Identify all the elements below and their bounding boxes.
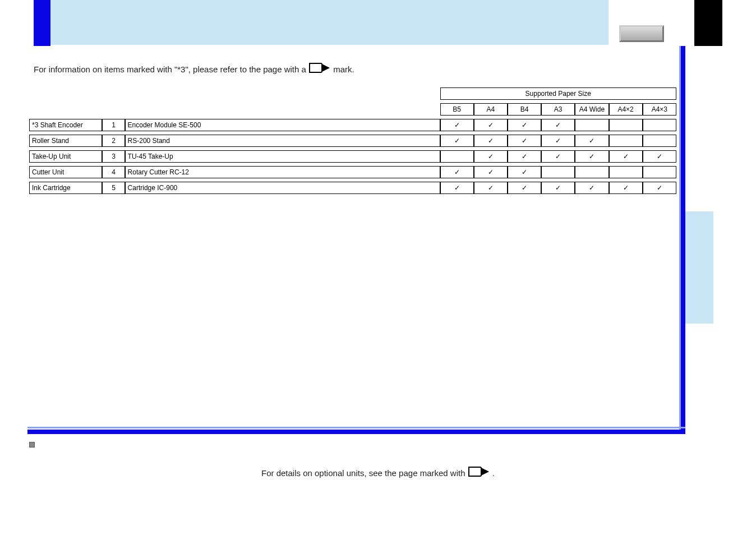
table-cell-size: ✓ [609, 182, 643, 194]
table-cell-item: Ink Cartridge [29, 182, 102, 194]
table-cell-item: Take-Up Unit [29, 150, 102, 163]
table-head-empty [125, 103, 440, 116]
table-cell-size: ✓ [541, 119, 575, 131]
table-cell-size: ✓ [575, 182, 609, 194]
table-col-size: A4×3 [643, 103, 676, 116]
table-cell-size: ✓ [440, 166, 474, 178]
table-cell-size: ✓ [541, 150, 575, 163]
table-cell-size: ✓ [643, 150, 676, 163]
table-cell-size: ✓ [440, 135, 474, 147]
table-cell-size [643, 135, 676, 147]
page-number-marker [29, 442, 35, 448]
table-cell-size [609, 135, 643, 147]
table-cell-name: Rotary Cutter RC-12 [125, 166, 440, 178]
table-cell-size: ✓ [440, 119, 474, 131]
frame-rail-bottom-highlight [27, 427, 685, 428]
table-row: Take-Up Unit3TU-45 Take-Up✓✓✓✓✓✓ [29, 150, 676, 163]
table-cell-size: ✓ [474, 166, 508, 178]
page-reference-icon [308, 62, 331, 76]
table-col-size: A4 [474, 103, 508, 116]
table-col-size: A4 Wide [575, 103, 609, 116]
table-cell-size: ✓ [508, 150, 541, 163]
table-cell-size: ✓ [508, 166, 541, 178]
table-row: Roller Stand2RS-200 Stand✓✓✓✓✓ [29, 135, 676, 147]
table-cell-size: ✓ [474, 150, 508, 163]
table-col-size: B5 [440, 103, 474, 116]
table-col-size: B4 [508, 103, 541, 116]
options-table: Supported Paper Size B5 A4 B4 A3 A4 Wide… [29, 84, 676, 197]
table-cell-size [541, 166, 575, 178]
table-head-empty [29, 87, 102, 100]
table-cell-size: ✓ [508, 135, 541, 147]
table-cell-size: ✓ [541, 182, 575, 194]
table-cell-size: ✓ [474, 135, 508, 147]
table-cell-item: *3 Shaft Encoder [29, 119, 102, 131]
table-cell-no: 4 [102, 166, 125, 178]
footer-text-after: . [492, 468, 495, 478]
table-cell-size [575, 119, 609, 131]
table-cell-size [609, 166, 643, 178]
table-body: *3 Shaft Encoder1Encoder Module SE-500✓✓… [29, 119, 676, 194]
table-head-empty [29, 103, 102, 116]
table-cell-size [440, 150, 474, 163]
table-cell-name: RS-200 Stand [125, 135, 440, 147]
table-cell-size: ✓ [643, 182, 676, 194]
frame-rail-bottom [27, 430, 685, 434]
intro-text-a: a [302, 64, 309, 74]
table-head-empty [102, 87, 125, 100]
table-cell-size: ✓ [474, 119, 508, 131]
table-head-empty [102, 103, 125, 116]
table-cell-size: ✓ [440, 182, 474, 194]
table-cell-item: Cutter Unit [29, 166, 102, 178]
table-cell-name: Encoder Module SE-500 [125, 119, 440, 131]
table-col-size: A3 [541, 103, 575, 116]
header-band [50, 0, 609, 45]
table-cell-size [643, 166, 676, 178]
table-cell-no: 3 [102, 150, 125, 163]
header-gray-button[interactable] [619, 25, 664, 42]
table-head-empty [125, 87, 440, 100]
frame-rail-right-highlight [679, 46, 681, 433]
intro-text-prefix: For information on items marked with "*3… [34, 64, 302, 74]
table-col-size: A4×2 [609, 103, 643, 116]
table-cell-size: ✓ [474, 182, 508, 194]
table-cell-size [643, 119, 676, 131]
table-header-row-1: Supported Paper Size [29, 87, 676, 100]
footer-reference-line: For details on optional units, see the p… [0, 465, 756, 479]
table-cell-no: 5 [102, 182, 125, 194]
right-black-block [694, 0, 722, 46]
table-cell-size: ✓ [575, 135, 609, 147]
table-cell-no: 1 [102, 119, 125, 131]
table-header-row-2: B5 A4 B4 A3 A4 Wide A4×2 A4×3 [29, 103, 676, 116]
table-cell-size [609, 119, 643, 131]
intro-text-line: For information on items marked with "*3… [34, 62, 538, 76]
table-cell-size: ✓ [541, 135, 575, 147]
table-cell-size [575, 166, 609, 178]
intro-text-after: mark. [333, 64, 354, 74]
table-cell-size: ✓ [508, 119, 541, 131]
table-cell-size: ✓ [508, 182, 541, 194]
frame-rail-right [681, 46, 685, 433]
page-reference-icon [468, 465, 490, 479]
table-cell-item: Roller Stand [29, 135, 102, 147]
footer-text-before: For details on optional units, see the p… [261, 468, 468, 478]
table-row: Ink Cartridge5Cartridge IC-900✓✓✓✓✓✓✓ [29, 182, 676, 194]
thumb-index-tab [685, 211, 713, 324]
table-cell-size: ✓ [575, 150, 609, 163]
table-cell-name: Cartridge IC-900 [125, 182, 440, 194]
left-blue-bar [34, 0, 50, 46]
table-cell-name: TU-45 Take-Up [125, 150, 440, 163]
table-cell-size: ✓ [609, 150, 643, 163]
table-group-header: Supported Paper Size [440, 87, 677, 100]
table-cell-no: 2 [102, 135, 125, 147]
table-row: Cutter Unit4Rotary Cutter RC-12✓✓✓ [29, 166, 676, 178]
table-row: *3 Shaft Encoder1Encoder Module SE-500✓✓… [29, 119, 676, 131]
